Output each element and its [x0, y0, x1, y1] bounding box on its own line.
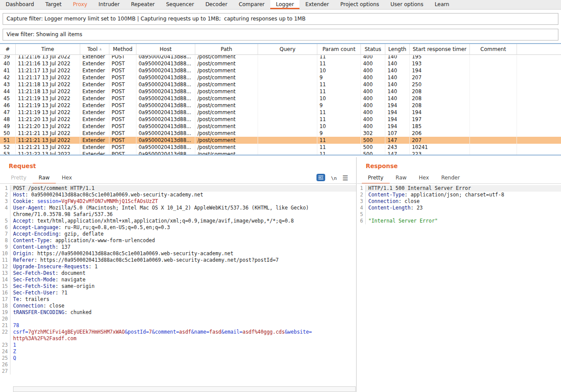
log-row-41[interactable]: 4111:21:17 13 Jul 2022ExtenderPOST0a9500… — [0, 67, 561, 74]
menu-tab-learn[interactable]: Learn — [429, 0, 455, 9]
menu-tab-target[interactable]: Target — [40, 0, 67, 9]
log-cell: 11:21:19 13 Jul 2022 — [16, 109, 80, 116]
column-header-status[interactable]: Status — [361, 44, 385, 54]
line-number: 19 — [0, 309, 10, 316]
syntax-segment: : — [43, 205, 49, 211]
log-cell: 10241 — [410, 144, 470, 151]
syntax-segment: 1 — [95, 264, 98, 270]
log-row-40[interactable]: 4011:21:16 13 Jul 2022ExtenderPOST0a9500… — [0, 60, 561, 67]
log-cell — [258, 55, 317, 60]
request-editor-hscrollbar[interactable] — [13, 386, 356, 392]
syntax-segment: 7 — [149, 329, 152, 335]
log-cell: 11 — [317, 144, 361, 151]
log-cell: 400 — [361, 109, 385, 116]
log-row-47[interactable]: 4711:21:19 13 Jul 2022ExtenderPOST0a9500… — [0, 109, 561, 116]
log-row-53[interactable]: 5311:21:22 13 Jul 2022ExtenderPOST0a9500… — [0, 151, 561, 155]
log-row-39[interactable]: 3911:21:16 13 Jul 2022ExtenderPOST0a9500… — [0, 55, 561, 60]
menu-tab-proxy[interactable]: Proxy — [67, 0, 93, 9]
syntax-segment: document — [61, 270, 85, 276]
menu-tab-project-options[interactable]: Project options — [335, 0, 385, 9]
column-header-comment[interactable]: Comment — [470, 44, 517, 54]
column-header-param-count[interactable]: Param count — [317, 44, 361, 54]
column-header-time[interactable]: Time — [16, 44, 80, 54]
syntax-segment: Sec-Fetch-Mode — [13, 277, 55, 283]
syntax-segment: : — [31, 250, 37, 257]
syntax-segment: "Internal Server Error" — [368, 218, 438, 224]
column-header-length[interactable]: Length — [385, 44, 410, 54]
menu-tab-dashboard[interactable]: Dashboard — [0, 0, 40, 9]
syntax-segment: tRANSFER-ENCODING — [13, 309, 65, 315]
log-cell: 11:21:21 13 Jul 2022 — [16, 130, 80, 137]
editor-line: 22csrf=7gYzhMCiFvi4gBEyUEEk7HmHSHM7xWAO&… — [0, 329, 356, 335]
response-editor[interactable]: 1HTTP/1.1 500 Internal Server Error2Cont… — [357, 183, 561, 392]
log-cell: 250 — [410, 81, 470, 88]
log-row-51[interactable]: 5111:21:21 13 Jul 2022ExtenderPOST0a9500… — [0, 137, 561, 144]
syntax-segment: 78 — [13, 322, 19, 328]
log-cell: 50 — [0, 130, 16, 137]
menu-tab-extender[interactable]: Extender — [299, 0, 334, 9]
menu-tab-intruder[interactable]: Intruder — [93, 0, 125, 9]
response-tab-render[interactable]: Render — [435, 173, 466, 184]
log-row-50[interactable]: 5011:21:21 13 Jul 2022ExtenderPOST0a9500… — [0, 130, 561, 137]
log-cell: Extender — [80, 81, 109, 88]
log-row-52[interactable]: 5211:21:21 13 Jul 2022ExtenderPOST0a9500… — [0, 144, 561, 151]
column-header-start-response-timer[interactable]: Start response timer — [410, 44, 470, 54]
log-cell — [258, 109, 317, 116]
show-newlines-icon[interactable]: \n — [331, 176, 337, 181]
log-cell: 107 — [385, 130, 410, 137]
view-filter-bar[interactable]: View filter: Showing all items — [3, 29, 558, 41]
column-header-method[interactable]: Method — [109, 44, 136, 54]
column-header-path[interactable]: Path — [195, 44, 258, 54]
column-header-blank[interactable] — [517, 44, 561, 54]
line-number: 6 — [357, 218, 366, 224]
capture-filter-bar[interactable]: Capture filter: Logger memory limit set … — [3, 13, 558, 25]
request-tab-pretty[interactable]: Pretty — [5, 173, 33, 184]
log-cell: /post/comment — [195, 88, 258, 95]
log-cell: 0a9500020413d88... — [136, 95, 195, 102]
log-row-42[interactable]: 4211:21:17 13 Jul 2022ExtenderPOST0a9500… — [0, 74, 561, 81]
request-tab-raw[interactable]: Raw — [33, 173, 56, 184]
pretty-print-icon[interactable] — [316, 174, 325, 182]
log-row-45[interactable]: 4511:21:19 13 Jul 2022ExtenderPOST0a9500… — [0, 95, 561, 102]
log-cell: /post/comment — [195, 102, 258, 109]
log-row-48[interactable]: 4811:21:20 13 Jul 2022ExtenderPOST0a9500… — [0, 116, 561, 123]
syntax-segment: Content-Type — [368, 192, 405, 198]
syntax-segment: ru-RU,ru;q=0.8,en-US;q=0.5,en;q=0.3 — [65, 224, 170, 230]
editor-line: 1HTTP/1.1 500 Internal Server Error — [357, 185, 561, 192]
menu-tab-repeater[interactable]: Repeater — [125, 0, 160, 9]
column-header-tool[interactable]: Tool∧ — [80, 44, 109, 54]
column-header-host[interactable]: Host — [136, 44, 195, 54]
request-editor[interactable]: 1POST /post/comment HTTP/1.12Host: 0a950… — [0, 183, 356, 392]
log-cell: POST — [109, 95, 136, 102]
request-tabs: PrettyRawHex — [5, 173, 78, 184]
editor-menu-icon[interactable]: ☰ — [343, 175, 348, 181]
log-cell — [470, 109, 517, 116]
response-tab-hex[interactable]: Hex — [413, 173, 435, 184]
response-tab-raw[interactable]: Raw — [390, 173, 413, 184]
syntax-segment: : — [31, 218, 37, 224]
log-row-43[interactable]: 4311:21:18 13 Jul 2022ExtenderPOST0a9500… — [0, 81, 561, 88]
syntax-segment: 0a9500020413d88ac08c5c1e001a0069.web-sec… — [31, 192, 204, 198]
log-cell: POST — [109, 151, 136, 155]
menu-tab-logger[interactable]: Logger — [270, 0, 299, 9]
syntax-segment: ?1 — [61, 290, 68, 296]
line-content — [10, 368, 356, 375]
log-row-46[interactable]: 4611:21:19 13 Jul 2022ExtenderPOST0a9500… — [0, 102, 561, 109]
column-header-blank[interactable]: # — [0, 44, 16, 54]
editor-line: 17Te: trailers — [0, 296, 356, 303]
log-cell — [470, 123, 517, 130]
request-tab-hex[interactable]: Hex — [56, 173, 78, 184]
response-title: Response — [366, 162, 398, 169]
menu-tab-decoder[interactable]: Decoder — [200, 0, 233, 9]
line-content: Z — [10, 348, 356, 355]
column-header-query[interactable]: Query — [258, 44, 317, 54]
menu-tab-comparer[interactable]: Comparer — [233, 0, 270, 9]
line-number: 21 — [0, 322, 10, 329]
log-row-49[interactable]: 4911:21:20 13 Jul 2022ExtenderPOST0a9500… — [0, 123, 561, 130]
response-tab-pretty[interactable]: Pretty — [362, 173, 390, 184]
log-cell: /post/comment — [195, 55, 258, 60]
menu-tab-sequencer[interactable]: Sequencer — [160, 0, 200, 9]
log-row-44[interactable]: 4411:21:18 13 Jul 2022ExtenderPOST0a9500… — [0, 88, 561, 95]
menu-tab-user-options[interactable]: User options — [385, 0, 429, 9]
line-content: Content-Type: application/x-www-form-url… — [10, 237, 356, 244]
